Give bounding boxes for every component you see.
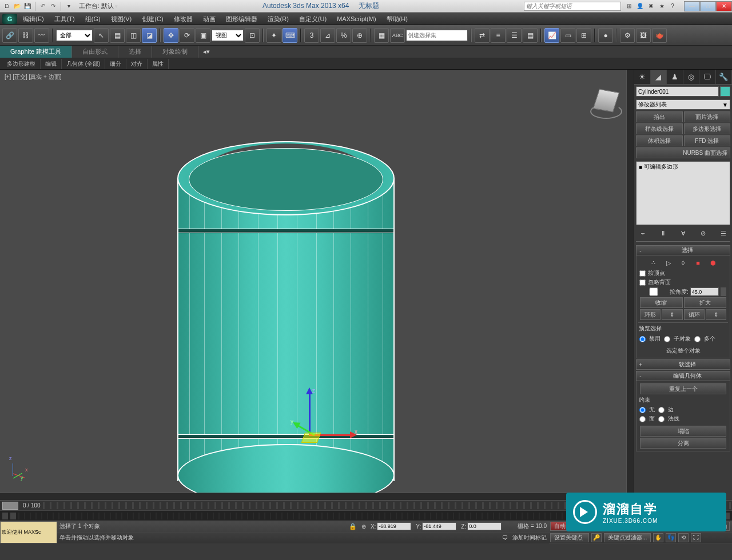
- x-input[interactable]: [377, 522, 411, 530]
- viewport-label[interactable]: [+] [正交] [真实 + 边面]: [5, 73, 61, 81]
- ribbon-sub-subdiv[interactable]: 细分: [105, 59, 126, 69]
- layer-manager-icon[interactable]: ▤: [523, 28, 538, 43]
- btn-detach[interactable]: 分离: [640, 438, 726, 449]
- rollout-selection[interactable]: -选择: [636, 245, 730, 255]
- z-input[interactable]: [467, 522, 502, 530]
- infocenter-icon[interactable]: ⊞: [624, 2, 634, 11]
- bind-spacewarp-icon[interactable]: 〰: [34, 28, 49, 43]
- radio-preview-multi[interactable]: [694, 336, 701, 342]
- btn-grow[interactable]: 扩大: [684, 297, 727, 308]
- viewcube[interactable]: [590, 86, 622, 118]
- link-icon[interactable]: 🔗: [2, 28, 17, 43]
- render-icon[interactable]: 🫖: [652, 28, 667, 43]
- refcoord-dropdown[interactable]: 视图: [212, 30, 244, 41]
- signin-icon[interactable]: 👤: [635, 2, 645, 11]
- spinner-snap-icon[interactable]: ⊕: [352, 28, 367, 43]
- menu-maxscript[interactable]: MAXScript(M): [332, 14, 380, 24]
- ribbon-sub-props[interactable]: 属性: [148, 59, 169, 69]
- btn-loop[interactable]: 循环: [684, 309, 705, 320]
- tab-motion-icon[interactable]: ◎: [683, 70, 700, 84]
- tab-hierarchy-icon[interactable]: ♟: [667, 70, 683, 84]
- ribbon-tab-graphite[interactable]: Graphite 建模工具: [0, 46, 72, 58]
- layers-icon[interactable]: ☰: [507, 28, 522, 43]
- ribbon-sub-align[interactable]: 对齐: [126, 59, 148, 69]
- selection-filter-dropdown[interactable]: 全部: [56, 30, 93, 41]
- viewport-scrollbar-h[interactable]: [0, 493, 626, 500]
- open-icon[interactable]: 📂: [13, 2, 22, 11]
- angle-input[interactable]: [690, 287, 719, 296]
- object-color-swatch[interactable]: [720, 86, 730, 97]
- btn-meshsel[interactable]: 面片选择: [684, 111, 731, 122]
- menu-create[interactable]: 创建(C): [137, 13, 168, 25]
- trackbar-btn2[interactable]: [10, 513, 16, 519]
- redo-icon[interactable]: ↷: [49, 2, 58, 11]
- menu-customize[interactable]: 自定义(U): [295, 13, 331, 25]
- add-time-tag[interactable]: 添加时间标记: [512, 534, 547, 542]
- subobj-border-icon[interactable]: ◊: [678, 258, 689, 267]
- move-icon[interactable]: ✥: [164, 28, 178, 43]
- object-name-input[interactable]: [636, 86, 719, 97]
- schematic-icon[interactable]: ⊞: [576, 28, 591, 43]
- named-selection-icon[interactable]: ▦: [374, 28, 389, 43]
- selection-lock-icon[interactable]: 🔒: [349, 523, 357, 530]
- subobj-element-icon[interactable]: ⬢: [708, 258, 718, 267]
- menu-modifiers[interactable]: 修改器: [169, 13, 197, 25]
- key-filters-button[interactable]: 关键点过滤器...: [604, 533, 651, 542]
- modifier-stack[interactable]: ■可编辑多边形: [636, 161, 730, 225]
- select-icon[interactable]: ↖: [94, 28, 109, 43]
- time-slider[interactable]: [2, 502, 18, 510]
- viewport[interactable]: [+] [正交] [真实 + 边面] z x y x: [0, 70, 634, 500]
- select-region-icon[interactable]: ◫: [126, 28, 141, 43]
- maxscript-listener[interactable]: 欢迎使用 MAXSc: [0, 521, 57, 543]
- workspace-label[interactable]: 工作台: 默认: [79, 2, 114, 10]
- maximize-button[interactable]: □: [700, 1, 716, 11]
- mirror-icon[interactable]: ⇄: [475, 28, 490, 43]
- menu-group[interactable]: 组(G): [81, 13, 105, 25]
- selection-set-input[interactable]: [406, 30, 468, 41]
- rollout-editgeo[interactable]: -编辑几何体: [636, 371, 730, 381]
- scale-icon[interactable]: ▣: [196, 28, 210, 43]
- dope-sheet-icon[interactable]: ▭: [560, 28, 575, 43]
- favorite-icon[interactable]: ★: [657, 2, 666, 11]
- menu-grapheditors[interactable]: 图形编辑器: [221, 13, 262, 25]
- keyboard-shortcut-icon[interactable]: ⌨: [283, 28, 297, 43]
- unlink-icon[interactable]: ⛓: [18, 28, 33, 43]
- chk-byangle[interactable]: [639, 287, 668, 296]
- ribbon-expand-icon[interactable]: ◂▾: [198, 48, 214, 55]
- new-icon[interactable]: 🗋: [2, 2, 11, 11]
- rotate-icon[interactable]: ⟳: [180, 28, 194, 43]
- render-frame-icon[interactable]: 🖼: [636, 28, 651, 43]
- btn-polysel[interactable]: 多边形选择: [684, 123, 731, 134]
- radio-constraint-none[interactable]: [639, 407, 646, 413]
- comm-center-icon[interactable]: 🗨: [502, 535, 508, 541]
- render-setup-icon[interactable]: ⚙: [620, 28, 635, 43]
- project-icon[interactable]: ▾: [64, 2, 73, 11]
- help-icon[interactable]: ?: [668, 2, 677, 11]
- align-icon[interactable]: ≡: [491, 28, 506, 43]
- radio-constraint-edge[interactable]: [658, 407, 665, 413]
- curve-editor-icon[interactable]: 📈: [544, 28, 559, 43]
- tab-utilities-icon[interactable]: 🔧: [716, 70, 733, 84]
- btn-repeat-last[interactable]: 重复上一个: [640, 383, 726, 394]
- material-editor-icon[interactable]: ●: [598, 28, 613, 43]
- tab-display-icon[interactable]: 🖵: [699, 70, 716, 84]
- window-crossing-icon[interactable]: ◪: [142, 28, 157, 43]
- undo-icon[interactable]: ↶: [38, 2, 47, 11]
- transform-type-in-icon[interactable]: ⊕: [361, 523, 366, 530]
- menu-help[interactable]: 帮助(H): [382, 13, 412, 25]
- search-input[interactable]: [524, 2, 621, 11]
- minimize-button[interactable]: —: [684, 1, 700, 11]
- subobj-edge-icon[interactable]: ▷: [663, 258, 674, 267]
- chk-ignoreback[interactable]: [639, 279, 646, 286]
- radio-constraint-face[interactable]: [639, 416, 646, 422]
- ribbon-tab-selection[interactable]: 选择: [118, 46, 152, 58]
- menu-rendering[interactable]: 渲染(R): [263, 13, 293, 25]
- ribbon-sub-geo[interactable]: 几何体 (全部): [62, 59, 105, 69]
- named-selection-edit-icon[interactable]: ABC: [390, 28, 405, 43]
- btn-collapse[interactable]: 塌陷: [640, 426, 726, 437]
- angle-spinner[interactable]: [721, 287, 726, 296]
- btn-splinesel[interactable]: 样条线选择: [636, 123, 683, 134]
- pivot-icon[interactable]: ⊡: [245, 28, 260, 43]
- chk-byvertex[interactable]: [639, 270, 646, 277]
- btn-volsel[interactable]: 体积选择: [636, 135, 683, 146]
